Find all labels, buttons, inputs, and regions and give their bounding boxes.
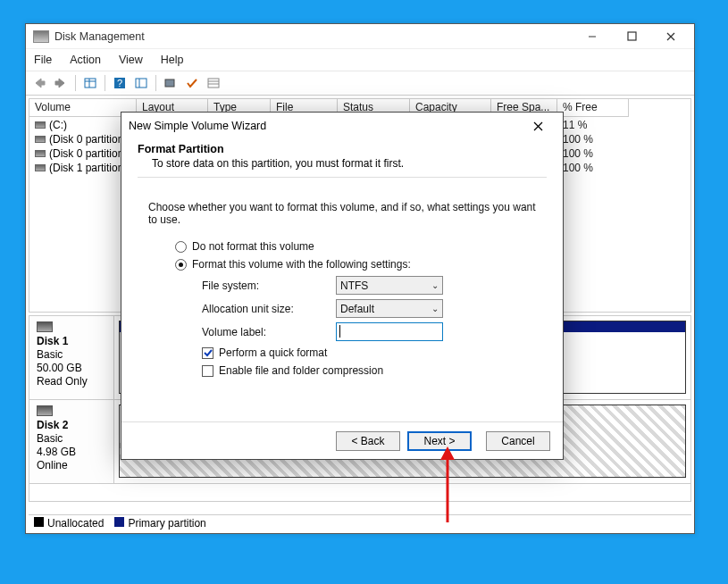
svg-rect-1 (628, 32, 636, 40)
radio-icon (175, 241, 187, 253)
radio-noformat-label: Do not format this volume (192, 240, 314, 253)
window-title: Disk Management (54, 30, 573, 43)
view-icon[interactable] (80, 74, 100, 92)
vol-name: (Disk 1 partition (49, 162, 123, 174)
allocation-select[interactable]: Default ⌄ (336, 299, 443, 318)
vol-pct: 100 % (557, 132, 629, 146)
new-simple-volume-wizard: New Simple Volume Wizard Format Partitio… (121, 112, 564, 460)
disk-row-icon (35, 136, 46, 143)
volume-label-label: Volume label: (202, 326, 336, 338)
wizard-button-bar: < Back Next > Cancel (121, 421, 563, 459)
vol-name: (Disk 0 partition (49, 133, 123, 146)
menu-help[interactable]: Help (158, 52, 187, 68)
vol-pct: 100 % (557, 161, 629, 174)
disk-row-icon (35, 150, 46, 157)
disk-icon (37, 321, 53, 332)
disk-management-icon (33, 30, 49, 43)
radio-format-label: Format this volume with the following se… (192, 258, 411, 271)
svg-rect-11 (165, 79, 174, 87)
menu-action[interactable]: Action (67, 52, 104, 68)
compression-checkbox[interactable]: Enable file and folder compression (202, 364, 536, 377)
checkbox-icon (202, 365, 213, 377)
wizard-header: Format Partition To store data on this p… (121, 139, 563, 187)
settings-icon[interactable] (161, 74, 180, 92)
wizard-description: Choose whether you want to format this v… (148, 201, 536, 226)
disk-row-icon (35, 164, 46, 171)
refresh-icon[interactable] (131, 74, 151, 92)
menubar: File Action View Help (26, 49, 694, 71)
close-button[interactable] (651, 26, 690, 47)
disk-name: Disk 1 (37, 335, 106, 348)
legend-primary-swatch (114, 517, 124, 527)
disk-name: Disk 2 (37, 419, 106, 432)
help-icon[interactable]: ? (110, 74, 130, 92)
radio-noformat[interactable]: Do not format this volume (175, 240, 536, 253)
chevron-down-icon: ⌄ (431, 304, 439, 313)
disk-type: Basic (37, 348, 106, 362)
forward-icon[interactable] (51, 74, 71, 92)
radio-format[interactable]: Format this volume with the following se… (175, 258, 536, 271)
vol-pct: 100 % (557, 146, 629, 160)
titlebar: Disk Management (26, 24, 694, 49)
wizard-title: New Simple Volume Wizard (129, 120, 520, 132)
menu-file[interactable]: File (31, 52, 54, 68)
cancel-button[interactable]: Cancel (486, 431, 550, 451)
disk-state: Read Only (37, 375, 106, 388)
allocation-label: Allocation unit size: (202, 303, 336, 315)
filesystem-value: NTFS (340, 279, 368, 292)
volume-label-input[interactable] (336, 322, 443, 341)
vol-name: (Disk 0 partition (49, 147, 123, 160)
back-icon[interactable] (29, 74, 49, 92)
wizard-close-button[interactable] (520, 114, 556, 138)
svg-text:?: ? (117, 78, 122, 88)
wizard-subheading: To store data on this partition, you mus… (138, 155, 547, 170)
wizard-heading: Format Partition (138, 143, 547, 155)
maximize-button[interactable] (612, 26, 651, 47)
disk-state: Online (37, 459, 106, 472)
svg-rect-12 (208, 79, 219, 88)
filesystem-select[interactable]: NTFS ⌄ (336, 276, 443, 295)
menu-view[interactable]: View (116, 52, 146, 68)
vol-name: (C:) (49, 119, 67, 131)
vol-pct: 11 % (557, 118, 629, 131)
filesystem-label: File system: (202, 279, 336, 292)
disk-icon (37, 405, 53, 416)
svg-rect-4 (85, 79, 96, 88)
legend-primary-label: Primary partition (128, 517, 205, 530)
svg-rect-9 (136, 79, 146, 88)
disk-size: 4.98 GB (37, 446, 106, 459)
next-button[interactable]: Next > (407, 431, 472, 451)
legend-unallocated-swatch (34, 517, 44, 527)
legend: Unallocated Primary partition (29, 514, 691, 530)
legend-unallocated-label: Unallocated (47, 517, 104, 530)
disk-row-icon (35, 121, 46, 129)
disk-label: Disk 2 Basic 4.98 GB Online (29, 400, 114, 483)
disk-label: Disk 1 Basic 50.00 GB Read Only (29, 316, 114, 399)
back-button[interactable]: < Back (336, 431, 400, 451)
quick-format-checkbox[interactable]: Perform a quick format (202, 346, 536, 359)
col-pctfree[interactable]: % Free (557, 99, 629, 117)
chevron-down-icon: ⌄ (431, 280, 439, 290)
wizard-titlebar: New Simple Volume Wizard (121, 113, 563, 139)
toolbar: ? (26, 71, 694, 96)
quick-format-label: Perform a quick format (219, 346, 327, 359)
disk-type: Basic (37, 432, 106, 446)
compression-label: Enable file and folder compression (219, 364, 383, 377)
allocation-value: Default (340, 303, 374, 315)
disk-size: 50.00 GB (37, 362, 106, 375)
checkbox-icon (202, 347, 213, 359)
list-icon[interactable] (204, 74, 223, 92)
check-icon[interactable] (182, 74, 202, 92)
radio-icon (175, 259, 187, 271)
minimize-button[interactable] (573, 26, 612, 47)
